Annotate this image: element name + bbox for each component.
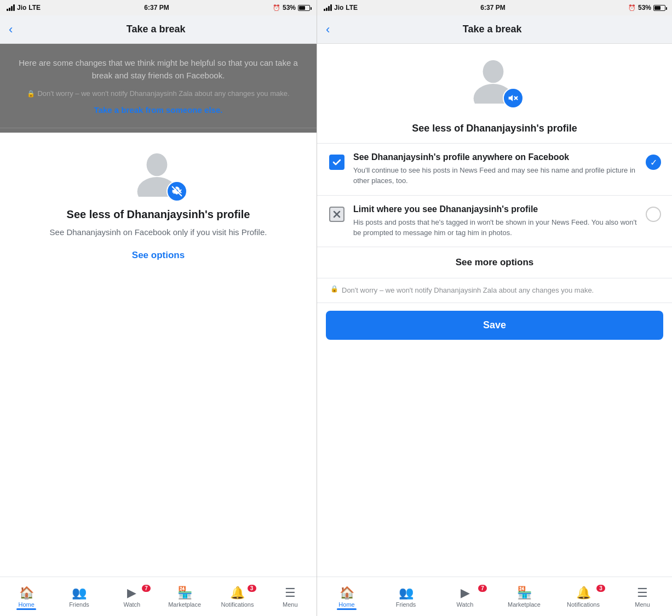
left-nav-notifications[interactable]: 3 🔔 Notifications xyxy=(211,586,263,608)
right-alarm-icon: ⏰ xyxy=(628,4,636,12)
right-watch-icon: ▶ xyxy=(461,586,470,600)
marketplace-icon: 🏪 xyxy=(177,586,192,600)
left-content-card: See less of Dhananjaysinh's profile See … xyxy=(0,133,317,577)
right-notifications-icon: 🔔 xyxy=(576,586,591,600)
right-notifications-badge: 3 xyxy=(596,585,605,592)
left-header-title: Take a break xyxy=(17,24,295,35)
right-time-label: 6:37 PM xyxy=(480,4,505,12)
left-nav-marketplace[interactable]: 🏪 Marketplace xyxy=(158,586,211,608)
left-card-title: See less of Dhananjaysinh's profile xyxy=(67,208,250,221)
left-nav-watch[interactable]: 7 ▶ Watch xyxy=(106,586,158,608)
network-label: LTE xyxy=(28,4,41,12)
right-home-active-indicator xyxy=(337,608,357,610)
see-more-options-button[interactable]: See more options xyxy=(317,247,672,278)
right-marketplace-icon: 🏪 xyxy=(517,586,532,600)
option-1-title: See Dhananjaysinh's profile anywhere on … xyxy=(353,152,638,162)
right-section-title: See less of Dhananjaysinh's profile xyxy=(412,123,577,134)
home-icon: 🏠 xyxy=(19,586,34,600)
left-dimmed-divider xyxy=(0,128,317,128)
right-status-left: Jio LTE xyxy=(324,4,358,12)
left-nav-friends-label: Friends xyxy=(69,601,89,608)
left-card-subtitle: See Dhananjaysinh on Facebook only if yo… xyxy=(50,226,267,239)
watch-badge: 7 xyxy=(142,585,151,592)
see-options-button[interactable]: See options xyxy=(132,250,185,261)
right-watch-badge: 7 xyxy=(478,585,487,592)
left-dimmed-paragraph: Here are some changes that we think migh… xyxy=(18,57,299,82)
right-nav-notifications-label: Notifications xyxy=(567,601,600,608)
right-signal-icon xyxy=(324,4,332,11)
option-1-icon-wrap xyxy=(328,153,346,171)
carrier-label: Jio xyxy=(17,4,26,12)
right-back-button[interactable]: ‹ xyxy=(326,22,330,37)
left-nav-friends[interactable]: 👥 Friends xyxy=(53,586,105,608)
right-avatar-container xyxy=(470,57,519,106)
left-dimmed-area: Here are some changes that we think migh… xyxy=(0,44,317,133)
option-2-title: Limit where you see Dhananjaysinh's prof… xyxy=(353,204,638,214)
friends-icon: 👥 xyxy=(72,586,87,600)
option-2-empty-circle-icon xyxy=(646,207,661,222)
right-nav-notifications[interactable]: 3 🔔 Notifications xyxy=(554,586,613,608)
option-2-icon-wrap xyxy=(328,206,346,223)
left-dimmed-note: 🔒 Don't worry – we won't notify Dhananja… xyxy=(18,89,299,98)
left-nav-notifications-label: Notifications xyxy=(221,601,254,608)
option-2-check xyxy=(646,207,661,222)
take-break-link[interactable]: Take a break from someone else. xyxy=(18,105,299,115)
option-item-1[interactable]: See Dhananjaysinh's profile anywhere on … xyxy=(317,144,672,196)
left-nav-menu-label: Menu xyxy=(283,601,298,608)
watch-icon: ▶ xyxy=(127,586,136,600)
battery-icon xyxy=(298,5,310,11)
option-1-desc: You'll continue to see his posts in News… xyxy=(353,166,638,186)
right-nav-watch[interactable]: 7 ▶ Watch xyxy=(435,586,495,608)
right-nav-home[interactable]: 🏠 Home xyxy=(317,586,376,608)
right-header-title: Take a break xyxy=(334,24,650,35)
left-header: ‹ Take a break xyxy=(0,15,317,44)
right-friends-icon: 👥 xyxy=(399,586,413,600)
right-nav-marketplace[interactable]: 🏪 Marketplace xyxy=(495,586,554,608)
right-carrier-label: Jio xyxy=(334,4,343,12)
notifications-icon: 🔔 xyxy=(230,586,245,600)
right-bottom-note: 🔒 Don't worry – we won't notify Dhananja… xyxy=(317,278,672,303)
save-button[interactable]: Save xyxy=(326,311,663,340)
right-bottom-nav: 🏠 Home 👥 Friends 7 ▶ Watch 🏪 Marketplace… xyxy=(317,577,672,616)
left-mute-badge xyxy=(166,181,187,202)
left-nav-menu[interactable]: ☰ Menu xyxy=(264,586,317,608)
option-1-checkbox-icon xyxy=(329,155,344,170)
option-1-checkmark-icon: ✓ xyxy=(646,155,661,170)
alarm-icon: ⏰ xyxy=(273,4,280,12)
option-2-desc: His posts and posts that he's tagged in … xyxy=(353,218,638,238)
right-avatar-section: See less of Dhananjaysinh's profile xyxy=(317,44,672,144)
right-nav-watch-label: Watch xyxy=(457,601,474,608)
right-nav-menu[interactable]: ☰ Menu xyxy=(613,586,672,608)
right-nav-friends[interactable]: 👥 Friends xyxy=(376,586,435,608)
option-item-2[interactable]: Limit where you see Dhananjaysinh's prof… xyxy=(317,196,672,248)
right-home-icon: 🏠 xyxy=(340,586,354,600)
left-avatar-container xyxy=(134,150,183,199)
right-status-bar: Jio LTE 6:37 PM ⏰ 53% xyxy=(317,0,672,15)
home-active-indicator xyxy=(16,608,36,610)
left-panel: Jio LTE 6:37 PM ⏰ 53% ‹ Take a break Her… xyxy=(0,0,317,616)
left-nav-marketplace-label: Marketplace xyxy=(168,601,201,608)
right-header: ‹ Take a break xyxy=(317,15,672,44)
menu-icon: ☰ xyxy=(285,586,296,600)
left-back-button[interactable]: ‹ xyxy=(9,22,13,37)
left-nav-home-label: Home xyxy=(18,601,34,608)
left-dimmed-text: Here are some changes that we think migh… xyxy=(0,44,317,123)
left-nav-home[interactable]: 🏠 Home xyxy=(0,586,53,608)
right-status-right: ⏰ 53% xyxy=(628,4,665,12)
left-nav-watch-label: Watch xyxy=(123,601,140,608)
option-2-checkbox-icon xyxy=(329,207,344,222)
right-nav-menu-label: Menu xyxy=(635,601,650,608)
option-2-text: Limit where you see Dhananjaysinh's prof… xyxy=(353,204,638,238)
right-battery-label: 53% xyxy=(638,4,651,12)
right-battery-icon xyxy=(653,5,665,11)
option-1-text: See Dhananjaysinh's profile anywhere on … xyxy=(353,152,638,186)
notifications-badge: 3 xyxy=(248,585,256,592)
option-1-check: ✓ xyxy=(646,155,661,170)
right-content: See less of Dhananjaysinh's profile See … xyxy=(317,44,672,577)
left-dimmed-note-text: Don't worry – we won't notify Dhananjays… xyxy=(37,89,289,98)
svg-point-5 xyxy=(483,60,504,83)
signal-icon xyxy=(7,4,15,11)
svg-point-0 xyxy=(147,153,168,176)
right-mute-badge xyxy=(503,88,524,109)
battery-label: 53% xyxy=(283,4,296,12)
